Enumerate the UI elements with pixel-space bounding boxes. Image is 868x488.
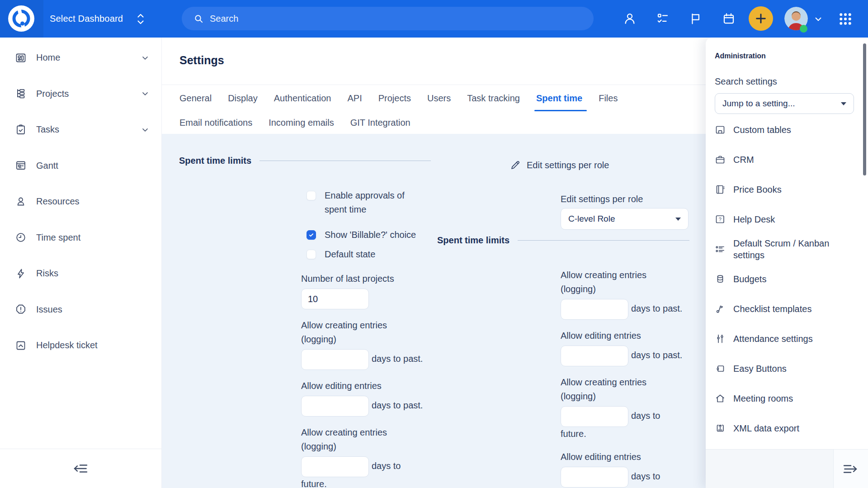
chevron-down-icon (141, 89, 150, 98)
help-desk-icon: ? (715, 214, 726, 225)
form-field: Allow creating entries (logging) days to… (561, 268, 685, 320)
risks-icon (15, 268, 27, 280)
admin-menu-item[interactable]: Budgets (706, 264, 868, 294)
profile-icon[interactable] (620, 9, 640, 28)
admin-menu-item[interactable]: Checklist templates (706, 294, 868, 324)
page-title: Settings (179, 54, 224, 67)
tab[interactable]: Users (427, 85, 451, 111)
admin-menu-item[interactable]: XML data export (706, 413, 868, 443)
checkbox-row[interactable]: Show 'Billable?' choice (307, 228, 416, 242)
online-status-dot (800, 25, 807, 33)
section-header: Spent time limits (437, 235, 689, 246)
helpdesk-icon (15, 340, 27, 351)
number-input[interactable] (301, 289, 369, 309)
sidebar-item[interactable]: Issues (0, 292, 161, 328)
tab[interactable]: Authentication (274, 85, 331, 111)
search-icon (193, 14, 204, 24)
admin-menu-item[interactable]: Meeting rooms (706, 384, 868, 413)
todo-list-icon[interactable] (653, 9, 673, 28)
issues-icon (15, 303, 27, 315)
sidebar-item[interactable]: Home (0, 40, 161, 76)
number-input[interactable] (561, 406, 628, 427)
left-fields-column: Number of last projects Allow creating e… (301, 272, 426, 488)
custom-tables-icon (715, 124, 726, 135)
admin-menu-item[interactable]: CRM (706, 145, 868, 175)
tab[interactable]: API (348, 85, 362, 111)
admin-menu-item[interactable]: Custom tables (706, 115, 868, 145)
tab[interactable]: General (179, 85, 212, 111)
tab[interactable]: Task tracking (467, 85, 520, 111)
profile-menu-chevron-icon[interactable] (812, 13, 824, 25)
chevron-down-icon (841, 102, 846, 105)
calendar-icon[interactable] (719, 9, 739, 28)
number-input[interactable] (301, 349, 369, 370)
tab[interactable]: Incoming emails (269, 111, 334, 134)
tab[interactable]: Files (599, 85, 618, 111)
search-input[interactable]: Search (182, 7, 594, 30)
sidebar-item[interactable]: Gantt (0, 148, 161, 184)
sidebar-item[interactable]: Projects (0, 76, 161, 112)
checkbox[interactable] (307, 250, 316, 259)
tab[interactable]: Display (228, 85, 258, 111)
collapse-sidebar-icon[interactable] (71, 462, 89, 475)
sidebar-item[interactable]: Resources (0, 184, 161, 220)
checkbox[interactable] (307, 230, 316, 240)
tab[interactable]: Email notifications (179, 111, 252, 134)
crm-icon (715, 154, 726, 165)
sidebar-item[interactable]: Risks (0, 256, 161, 292)
checkbox-row[interactable]: Default state (307, 247, 375, 261)
checkbox[interactable] (307, 191, 316, 200)
sidebar: Home Projects Tasks Gantt (0, 38, 162, 488)
flag-icon[interactable] (686, 9, 706, 28)
budgets-icon (715, 274, 726, 284)
form-field: Allow creating entries (logging) days to… (301, 318, 426, 370)
admin-menu-item[interactable]: Easy Buttons (706, 354, 868, 384)
number-input[interactable] (301, 396, 369, 417)
sidebar-item[interactable]: Helpdesk ticket (0, 327, 161, 364)
admin-menu-item[interactable]: ? Help Desk (706, 204, 868, 234)
add-new-button[interactable] (749, 6, 773, 31)
settings-tabs: General Display Authentication API Proje… (162, 85, 706, 134)
pencil-icon (510, 160, 521, 171)
unfold-icon (136, 13, 146, 25)
sidebar-item[interactable]: Tasks (0, 112, 161, 148)
dashboard-selector-label: Select Dashboard (50, 14, 123, 24)
tasks-icon (15, 124, 27, 136)
projects-icon (15, 88, 27, 99)
admin-menu-item[interactable]: Default Scrum / Kanban settings (706, 234, 868, 264)
admin-menu-item[interactable]: Price Books (706, 175, 868, 204)
sidebar-item[interactable]: Time spent (0, 220, 161, 256)
form-field: Allow editing entries days to past. (301, 379, 426, 417)
app-logo-icon[interactable] (7, 5, 35, 33)
tab[interactable]: GIT Integration (350, 111, 410, 134)
dashboard-selector[interactable]: Select Dashboard (50, 0, 146, 38)
admin-panel-title: Administration (715, 52, 766, 60)
topbar: Select Dashboard Search (0, 0, 868, 38)
apps-grid-icon[interactable] (836, 9, 855, 28)
expand-panel-icon[interactable] (833, 450, 868, 488)
checkbox-row[interactable]: Enable approvals of spent time (307, 189, 425, 217)
chevron-down-icon (141, 53, 150, 62)
number-input[interactable] (561, 467, 628, 488)
role-fields-column: Allow creating entries (logging) days to… (561, 268, 685, 488)
number-input[interactable] (301, 456, 369, 477)
chevron-down-icon (141, 125, 150, 134)
number-input[interactable] (561, 299, 628, 320)
tab[interactable]: Projects (378, 85, 411, 111)
jump-to-setting-select[interactable]: Jump to a setting... (715, 93, 854, 114)
meeting-rooms-icon (715, 393, 726, 404)
easy-buttons-icon (715, 363, 726, 374)
spent-time-settings-content: Spent time limits Edit settings per role… (162, 134, 706, 488)
form-field: Allow editing entries days to past. (561, 329, 685, 366)
main-header: Settings (162, 38, 706, 85)
form-field: Allow editing entries days to future. (561, 450, 685, 488)
number-input[interactable] (561, 346, 628, 366)
admin-menu-item[interactable]: Attendance settings (706, 324, 868, 354)
scrollbar-thumb[interactable] (863, 43, 866, 175)
edit-settings-per-role-link[interactable]: Edit settings per role (510, 160, 609, 171)
form-field: Number of last projects (301, 272, 426, 309)
form-field: Allow creating entries (logging) days to… (561, 375, 685, 441)
role-select[interactable]: C-level Role (561, 208, 689, 230)
gantt-icon (15, 160, 27, 171)
tab[interactable]: Spent time (536, 85, 582, 111)
